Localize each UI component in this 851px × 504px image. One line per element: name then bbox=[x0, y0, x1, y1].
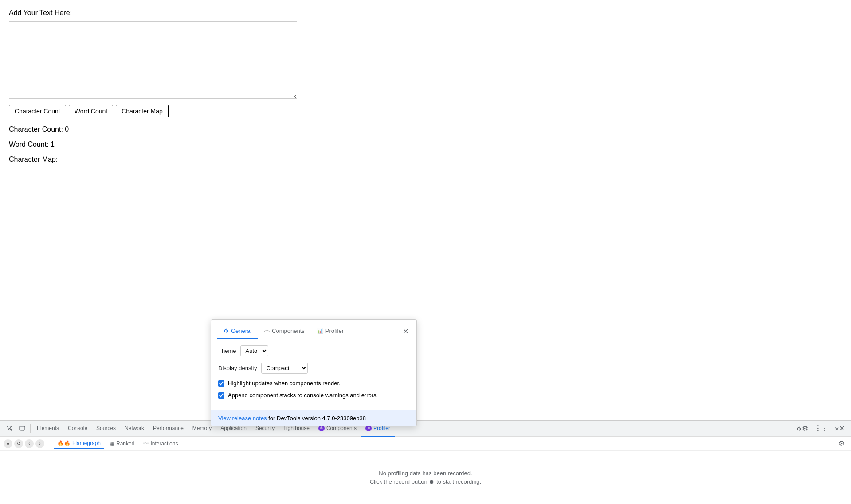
character-count-result: Character Count: 0 bbox=[9, 125, 842, 133]
character-map-button[interactable]: Character Map bbox=[116, 105, 169, 117]
word-count-result: Word Count: 1 bbox=[9, 141, 842, 148]
character-map-result: Character Map: bbox=[9, 156, 842, 164]
word-count-button[interactable]: Word Count bbox=[69, 105, 113, 117]
textarea-label: Add Your Text Here: bbox=[9, 9, 842, 17]
text-input[interactable] bbox=[9, 21, 297, 99]
main-app: Add Your Text Here: Character Count Word… bbox=[0, 0, 851, 235]
character-count-button[interactable]: Character Count bbox=[9, 105, 66, 117]
action-buttons-row: Character Count Word Count Character Map bbox=[9, 105, 842, 117]
